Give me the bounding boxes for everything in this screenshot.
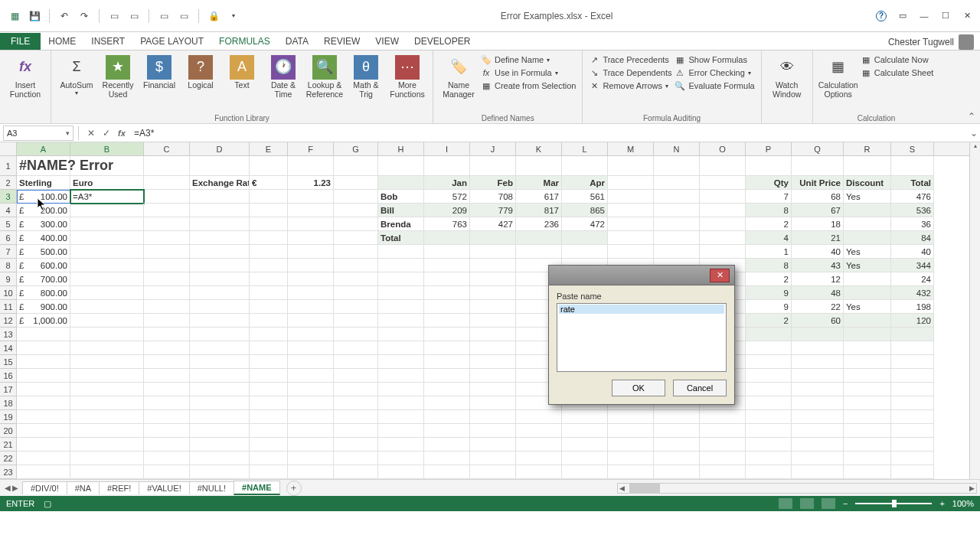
row-header[interactable]: 14 (0, 341, 17, 355)
cell[interactable] (844, 231, 891, 245)
row-header[interactable]: 11 (0, 300, 17, 314)
cell[interactable]: 9 (746, 300, 792, 314)
cell[interactable]: Bill (378, 204, 424, 217)
cell[interactable]: £900.00 (17, 300, 70, 314)
chevron-down-icon[interactable]: ▾ (66, 129, 70, 137)
col-header[interactable]: F (288, 142, 334, 155)
cell[interactable] (844, 204, 891, 217)
row-header[interactable]: 21 (0, 438, 17, 452)
cell[interactable]: £600.00 (17, 259, 70, 272)
sheet-nav[interactable]: ◀▶ (0, 484, 23, 492)
calc-options-button[interactable]: ▦Calculation Options (819, 52, 858, 99)
cell[interactable]: 476 (891, 190, 934, 204)
cell[interactable]: £800.00 (17, 286, 70, 300)
cell[interactable]: 4 (746, 231, 792, 245)
minimize-icon[interactable]: — (914, 8, 934, 24)
cell[interactable]: £1,000.00 (17, 314, 70, 328)
scroll-left-icon[interactable]: ◀ (618, 484, 626, 492)
cell[interactable] (378, 176, 424, 190)
cell[interactable]: 2 (746, 272, 792, 286)
watch-window-button[interactable]: 👁Watch Window (768, 52, 806, 99)
tab-review[interactable]: REVIEW (316, 33, 368, 50)
text-button[interactable]: AText (223, 52, 261, 90)
row-header[interactable]: 8 (0, 259, 17, 272)
page-layout-view-icon[interactable] (800, 498, 814, 509)
cell[interactable]: #NAME? Error (17, 156, 70, 176)
cell[interactable]: 572 (424, 190, 470, 204)
autosum-button[interactable]: ΣAutoSum▾ (57, 52, 96, 96)
row-header[interactable]: 7 (0, 245, 17, 259)
show-formulas-button[interactable]: ▦Show Formulas (675, 54, 754, 65)
math-button[interactable]: θMath & Trig (347, 52, 385, 99)
cell[interactable]: Total (378, 231, 424, 245)
name-list[interactable]: rate (557, 303, 727, 372)
cancel-edit-icon[interactable]: ✕ (83, 126, 99, 140)
cell-grid[interactable]: #NAME? Error Sterling Euro Exchange Rate… (17, 156, 969, 479)
worksheet[interactable]: A B C D E F G H I J K L M N O P Q R S 1 … (0, 142, 980, 479)
qat-item[interactable]: ▭ (175, 8, 192, 24)
logical-button[interactable]: ?Logical (181, 52, 220, 90)
tab-home[interactable]: HOME (41, 33, 83, 50)
qat-item[interactable]: ▭ (106, 8, 122, 24)
col-header[interactable]: K (516, 142, 562, 155)
col-header[interactable]: N (654, 142, 700, 155)
calculate-now-button[interactable]: ▦Calculate Now (861, 54, 934, 65)
ok-button[interactable]: OK (612, 380, 665, 396)
col-header[interactable]: G (334, 142, 378, 155)
fx-icon[interactable]: fx (114, 126, 129, 140)
cell[interactable]: Unit Price (792, 176, 844, 190)
use-in-formula-button[interactable]: fxUse in Formula ▾ (481, 67, 576, 78)
save-icon[interactable]: 💾 (26, 8, 43, 24)
cell[interactable] (844, 314, 891, 328)
qat-item[interactable]: ▭ (126, 8, 142, 24)
cell[interactable]: 427 (470, 217, 516, 231)
cell[interactable]: 24 (891, 272, 934, 286)
qat-item[interactable]: ▭ (155, 8, 172, 24)
zoom-out-icon[interactable]: − (843, 499, 848, 508)
col-header[interactable]: A (17, 142, 70, 155)
tab-insert[interactable]: INSERT (83, 33, 132, 50)
cell[interactable]: Mar (516, 176, 562, 190)
row-header[interactable]: 22 (0, 452, 17, 465)
trace-precedents-button[interactable]: ↗Trace Precedents (589, 54, 671, 65)
collapse-ribbon-icon[interactable]: ⌃ (968, 111, 975, 122)
cell[interactable]: 1.23 (288, 176, 334, 190)
row-header[interactable]: 1 (0, 156, 17, 176)
cell[interactable]: 344 (891, 259, 934, 272)
row-header[interactable]: 4 (0, 204, 17, 217)
row-header[interactable]: 10 (0, 286, 17, 300)
sheet-tab[interactable]: #REF! (99, 481, 139, 494)
cell[interactable]: Apr (562, 176, 608, 190)
row-headers[interactable]: 1 2 3 4 5 6 7 8 9 10 11 12 13 14 15 16 1… (0, 156, 17, 479)
name-manager-button[interactable]: 🏷️Name Manager (439, 52, 478, 99)
cell[interactable]: 43 (792, 259, 844, 272)
lookup-button[interactable]: 🔍Lookup & Reference (305, 52, 344, 99)
row-header[interactable]: 15 (0, 355, 17, 369)
sheet-tab[interactable]: #NULL! (189, 481, 234, 494)
cell[interactable]: 2 (746, 314, 792, 328)
tab-developer[interactable]: DEVELOPER (407, 33, 478, 50)
cell[interactable]: Brenda (378, 217, 424, 231)
tab-view[interactable]: VIEW (368, 33, 407, 50)
qat-dropdown-icon[interactable]: ▾ (225, 8, 242, 24)
cell[interactable]: 708 (470, 190, 516, 204)
col-header[interactable]: C (144, 142, 190, 155)
help-icon[interactable]: ? (871, 8, 891, 24)
row-header[interactable]: 19 (0, 410, 17, 424)
cell[interactable]: Euro (70, 176, 144, 190)
sheet-tab[interactable]: #VALUE! (139, 481, 189, 494)
undo-icon[interactable]: ↶ (56, 8, 73, 24)
cell[interactable] (844, 286, 891, 300)
row-header[interactable]: 12 (0, 314, 17, 328)
row-header[interactable]: 23 (0, 465, 17, 479)
row-header[interactable]: 16 (0, 369, 17, 383)
maximize-icon[interactable]: ☐ (936, 8, 956, 24)
cell[interactable]: 22 (792, 300, 844, 314)
col-header[interactable]: R (844, 142, 891, 155)
cell[interactable]: 763 (424, 217, 470, 231)
horizontal-scrollbar[interactable]: ◀▶ (617, 483, 977, 494)
cell[interactable]: 68 (792, 190, 844, 204)
macro-record-icon[interactable]: ▢ (44, 499, 51, 509)
create-from-selection-button[interactable]: ▦Create from Selection (481, 80, 576, 91)
col-header[interactable]: J (470, 142, 516, 155)
